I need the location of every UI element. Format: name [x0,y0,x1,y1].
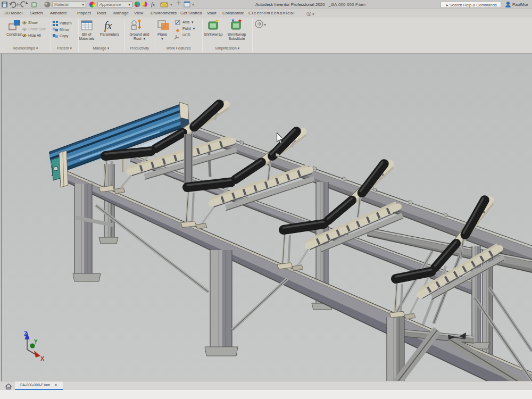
svg-text:Z: Z [24,330,28,337]
svg-text:fx: fx [151,2,155,7]
svg-text:▾: ▾ [170,2,172,7]
svg-text:PaulMur: PaulMur [512,2,528,7]
svg-text:fx: fx [104,20,112,32]
svg-text:X: X [40,355,45,362]
svg-text:▾: ▾ [264,22,266,27]
svg-text:▾: ▾ [192,2,194,7]
svg-text:Y: Y [34,339,38,345]
